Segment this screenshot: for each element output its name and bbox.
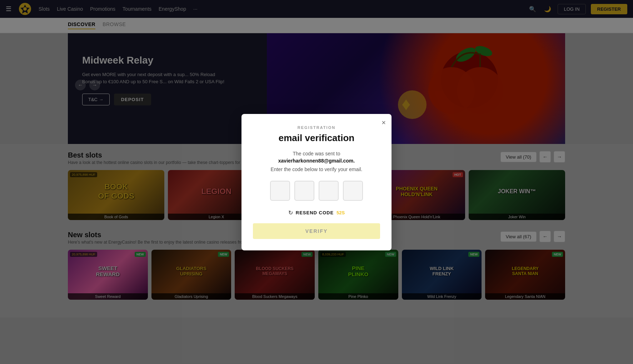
- modal-overlay: × REGISTRATION email verification The co…: [0, 0, 633, 364]
- modal-close-button[interactable]: ×: [382, 119, 386, 126]
- code-input-3[interactable]: [319, 181, 339, 201]
- code-input-4[interactable]: [343, 181, 363, 201]
- verify-button[interactable]: VERIFY: [253, 223, 380, 239]
- email-verification-modal: × REGISTRATION email verification The co…: [241, 114, 392, 250]
- modal-subtitle: REGISTRATION: [253, 125, 380, 130]
- resend-icon: ↻: [288, 209, 293, 216]
- resend-label[interactable]: RESEND CODE: [296, 210, 334, 215]
- code-input-2[interactable]: [294, 181, 314, 201]
- code-input-1[interactable]: [270, 181, 290, 201]
- modal-email: xavierharkonnen88@gmail.com.: [253, 158, 380, 164]
- modal-title: email verification: [253, 133, 380, 144]
- resend-timer: 52S: [337, 210, 345, 215]
- modal-text-line1: The code was sent to: [253, 151, 380, 156]
- resend-row: ↻ RESEND CODE 52S: [253, 209, 380, 216]
- code-input-group: [253, 181, 380, 201]
- modal-instruction: Enter the code below to verify your emai…: [253, 166, 380, 172]
